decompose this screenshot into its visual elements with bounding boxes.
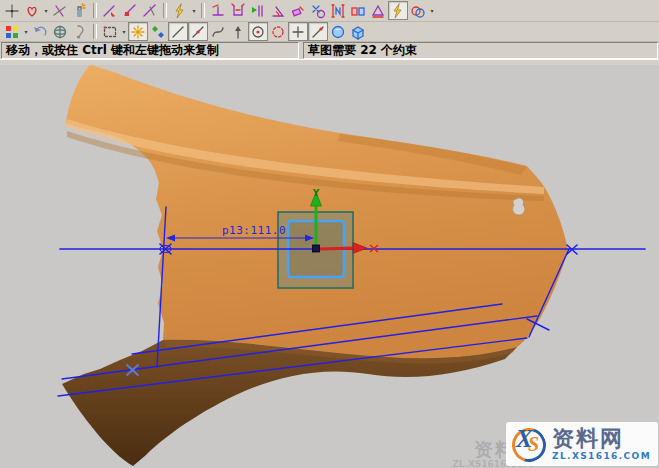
dimension-text[interactable]: p13:111.0	[222, 224, 286, 237]
orient-view-icon[interactable]	[50, 22, 70, 41]
watermark-logo-letter-s: S	[528, 433, 539, 456]
y-axis-label: Y	[312, 188, 320, 198]
watermark-site-url: ZL.XS1616.COM	[552, 451, 651, 461]
origin-point[interactable]	[313, 245, 320, 252]
convert-to-reference-icon[interactable]	[288, 1, 308, 20]
edit-curve-icon[interactable]	[120, 1, 140, 20]
angle-dimension-icon[interactable]	[268, 1, 288, 20]
quick-extend-icon[interactable]	[70, 1, 90, 20]
toolbar-separator	[163, 3, 167, 18]
profile-icon[interactable]	[22, 1, 42, 20]
toolbar-separator	[201, 3, 205, 18]
trim-dropdown[interactable]: ▾	[190, 2, 198, 19]
snap-settings-dropdown[interactable]: ▾	[22, 23, 30, 40]
toolbar-separator	[93, 3, 97, 18]
snap-settings-icon[interactable]	[2, 22, 22, 41]
constraint-status-message: 草图需要 22 个约束	[303, 42, 658, 59]
snap-point-toolbar: ▾▾	[0, 22, 659, 42]
quick-trim-lightning-icon[interactable]	[170, 1, 190, 20]
infer-constraints-icon[interactable]	[328, 1, 348, 20]
prompt-status-bar: 移动，或按住 Ctrl 键和左键拖动来复制 草图需要 22 个约束	[0, 42, 659, 59]
quick-pick-icon[interactable]	[328, 22, 348, 41]
profile-dropdown[interactable]: ▾	[42, 2, 50, 19]
toolbar-options-dropdown[interactable]: ▾	[428, 2, 436, 19]
watermark-logo: X S	[511, 425, 547, 463]
selection-dropdown[interactable]: ▾	[120, 23, 128, 40]
watermark-text: 资料网 ZL.XS1616.COM	[552, 427, 651, 460]
snap-point-icon[interactable]	[128, 22, 148, 41]
show-all-constraints-icon[interactable]	[368, 1, 388, 20]
work-plane-icon[interactable]	[348, 22, 368, 41]
undo-icon[interactable]	[30, 22, 50, 41]
snap-intersection-icon[interactable]	[308, 22, 328, 41]
watermark: X S 资料网 ZL.XS1616.COM	[506, 422, 658, 466]
model-hole	[513, 198, 525, 215]
x-axis[interactable]	[320, 248, 354, 249]
show-constraints-icon[interactable]	[348, 1, 368, 20]
quick-trim-icon[interactable]	[50, 1, 70, 20]
animate-dimension-icon[interactable]	[248, 1, 268, 20]
snap-existing-point-icon[interactable]	[288, 22, 308, 41]
prompt-message: 移动，或按住 Ctrl 键和左键拖动来复制	[1, 42, 299, 59]
trim-curve-icon[interactable]	[100, 1, 120, 20]
constraint-preferences-icon[interactable]	[408, 1, 428, 20]
dimensions-icon[interactable]	[228, 1, 248, 20]
snap-point-on-curve-icon[interactable]	[208, 22, 228, 41]
snap-pole-icon[interactable]	[228, 22, 248, 41]
graphics-viewport[interactable]: p13:111.0 Y 资料网 ZL.XS1616.COM X S	[0, 65, 659, 468]
toolbar-separator	[93, 24, 97, 39]
snap-quadrant-icon[interactable]	[268, 22, 288, 41]
watermark-site-name: 资料网	[552, 427, 624, 450]
snap-arc-center-icon[interactable]	[248, 22, 268, 41]
update-display-icon[interactable]	[70, 22, 90, 41]
selection-rectangle-icon[interactable]	[100, 22, 120, 41]
alternate-solution-icon[interactable]	[308, 1, 328, 20]
snap-point-tool-icon[interactable]	[2, 1, 22, 20]
auto-constraints-icon[interactable]	[388, 1, 408, 20]
cad-application-window: ▾▾▾ ▾▾ 移动，或按住 Ctrl 键和左键拖动来复制 草图需要 22 个约束	[0, 0, 659, 468]
sketch-constraints-toolbar: ▾▾▾	[0, 0, 659, 22]
constraints-icon[interactable]	[208, 1, 228, 20]
snap-feature-point-icon[interactable]	[148, 22, 168, 41]
viewport-canvas[interactable]: p13:111.0 Y	[0, 65, 659, 468]
snap-endpoint-icon[interactable]	[168, 22, 188, 41]
snap-midpoint-icon[interactable]	[188, 22, 208, 41]
make-corner-icon[interactable]	[140, 1, 160, 20]
